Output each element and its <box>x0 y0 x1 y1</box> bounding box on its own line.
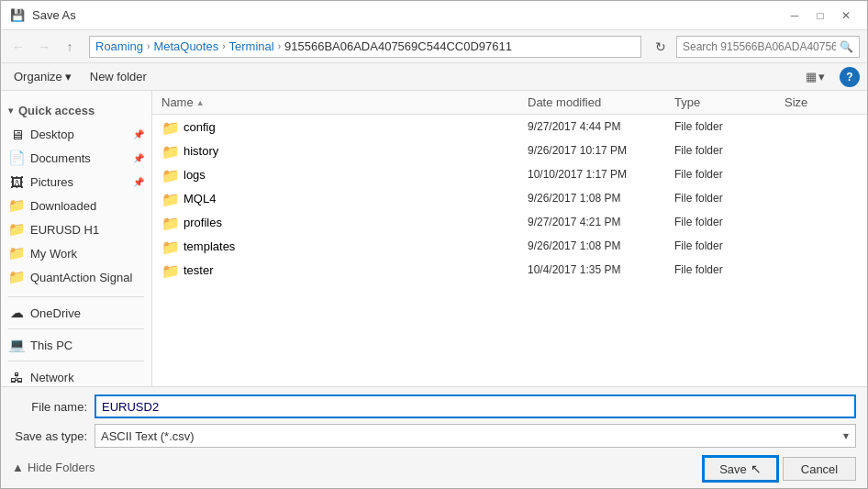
folder-icon: 📁 <box>8 270 25 284</box>
quick-access-section: ▾ Quick access 🖥 Desktop 📌 📄 Documents 📌… <box>1 94 151 293</box>
filename-input[interactable] <box>95 395 856 418</box>
sidebar-item-label: Downloaded <box>30 199 96 213</box>
hide-folders-button[interactable]: ▲ Hide Folders <box>12 461 95 474</box>
breadcrumb-part[interactable]: MetaQuotes <box>153 39 218 53</box>
file-date-cell: 9/26/2017 10:17 PM <box>528 144 674 157</box>
dialog-icon: 💾 <box>10 8 25 23</box>
minimize-button[interactable]: ─ <box>783 4 807 28</box>
save-label: Save <box>719 462 747 476</box>
forward-button[interactable]: → <box>34 37 54 57</box>
folder-icon: 📁 <box>161 167 178 182</box>
sidebar-item-label: Pictures <box>30 175 73 189</box>
breadcrumb-current: 915566BA06ADA407569C544CC0D97611 <box>284 39 512 53</box>
folder-icon: 📁 <box>161 143 178 158</box>
sidebar-sep2 <box>8 328 144 329</box>
desktop-icon: 🖥 <box>8 127 25 141</box>
sidebar-item-label: Network <box>30 371 74 384</box>
table-row[interactable]: 📁 tester 10/4/2017 1:35 PM File folder <box>152 258 867 282</box>
sort-arrow-icon: ▲ <box>196 98 205 107</box>
column-headers: Name ▲ Date modified Type Size <box>152 91 867 115</box>
cursor-icon: ↖ <box>751 461 762 476</box>
second-toolbar: Organize ▾ New folder ▦ ▾ ? <box>1 63 867 91</box>
col-name[interactable]: Name ▲ <box>161 94 528 111</box>
file-name-cell: 📁 profiles <box>161 215 528 229</box>
help-button[interactable]: ? <box>840 67 860 87</box>
sidebar-item-network[interactable]: 🖧 Network <box>1 365 151 386</box>
sidebar-item-label: Documents <box>30 151 91 165</box>
folder-icon: 📁 <box>161 239 178 253</box>
footer-bottom: ▲ Hide Folders Save ↖ Cancel <box>12 453 856 481</box>
col-size[interactable]: Size <box>785 94 858 111</box>
sidebar-item-documents[interactable]: 📄 Documents 📌 <box>1 146 151 170</box>
search-input[interactable] <box>683 40 836 53</box>
filename-row: File name: <box>12 395 856 418</box>
file-name-cell: 📁 config <box>161 119 528 134</box>
file-type-cell: File folder <box>674 216 785 228</box>
dialog-title: Save As <box>32 8 76 22</box>
sidebar-item-quantaction[interactable]: 📁 QuantAction Signal <box>1 265 151 289</box>
sidebar-sep3 <box>8 361 144 361</box>
table-row[interactable]: 📁 MQL4 9/26/2017 1:08 PM File folder <box>152 186 867 210</box>
breadcrumb-part[interactable]: Terminal <box>229 39 274 53</box>
nav-toolbar: ← → ↑ Roaming › MetaQuotes › Terminal › … <box>1 30 867 63</box>
quick-access-chevron-icon: ▾ <box>8 106 13 116</box>
col-date-modified[interactable]: Date modified <box>528 94 674 111</box>
maximize-button[interactable]: □ <box>808 4 832 28</box>
sidebar-item-eurusd[interactable]: 📁 EURUSD H1 <box>1 217 151 241</box>
folder-icon: 📁 <box>161 119 178 134</box>
sidebar-item-downloaded[interactable]: 📁 Downloaded <box>1 194 151 217</box>
file-date-cell: 10/4/2017 1:35 PM <box>528 263 674 276</box>
sidebar-item-thispc[interactable]: 💻 This PC <box>1 333 151 357</box>
table-row[interactable]: 📁 history 9/26/2017 10:17 PM File folder <box>152 139 867 162</box>
close-button[interactable]: ✕ <box>834 4 858 28</box>
back-button[interactable]: ← <box>8 37 28 57</box>
hide-folders-label: Hide Folders <box>28 461 95 474</box>
folder-icon: 📁 <box>161 191 178 206</box>
pin-icon: 📌 <box>133 153 144 163</box>
sidebar-item-label: EURUSD H1 <box>30 223 99 237</box>
sidebar-item-mywork[interactable]: 📁 My Work <box>1 241 151 265</box>
table-row[interactable]: 📁 config 9/27/2017 4:44 PM File folder <box>152 115 867 139</box>
up-button[interactable]: ↑ <box>60 37 80 57</box>
sidebar: ▾ Quick access 🖥 Desktop 📌 📄 Documents 📌… <box>1 91 152 386</box>
organize-button[interactable]: Organize ▾ <box>8 68 77 85</box>
file-type-cell: File folder <box>674 168 785 181</box>
folder-icon: 📁 <box>8 222 25 237</box>
save-button[interactable]: Save ↖ <box>704 457 777 481</box>
view-icon: ▦ <box>806 70 817 83</box>
table-row[interactable]: 📁 profiles 9/27/2017 4:21 PM File folder <box>152 210 867 234</box>
breadcrumb-sep2: › <box>222 41 225 51</box>
breadcrumb-sep1: › <box>147 41 150 51</box>
file-name-text: config <box>184 120 216 134</box>
folder-icon: 📁 <box>161 215 178 229</box>
table-row[interactable]: 📁 templates 9/26/2017 1:08 PM File folde… <box>152 234 867 258</box>
col-type[interactable]: Type <box>674 94 785 111</box>
sidebar-item-desktop[interactable]: 🖥 Desktop 📌 <box>1 122 151 146</box>
file-type-cell: File folder <box>674 144 785 157</box>
title-bar-left: 💾 Save As <box>10 8 76 23</box>
refresh-button[interactable]: ↻ <box>651 37 671 57</box>
cancel-button[interactable]: Cancel <box>783 457 856 481</box>
sidebar-item-onedrive[interactable]: ☁ OneDrive <box>1 301 151 325</box>
savetype-select[interactable]: ASCII Text (*.csv) <box>95 424 856 448</box>
sidebar-item-label: This PC <box>30 339 72 352</box>
sidebar-item-pictures[interactable]: 🖼 Pictures 📌 <box>1 170 151 194</box>
savetype-select-wrapper: ASCII Text (*.csv) <box>95 424 856 448</box>
file-name-text: history <box>184 144 218 158</box>
file-date-cell: 9/27/2017 4:21 PM <box>528 216 674 228</box>
table-row[interactable]: 📁 logs 10/10/2017 1:17 PM File folder <box>152 162 867 186</box>
sidebar-item-label: My Work <box>30 247 77 261</box>
file-name-text: logs <box>184 168 206 182</box>
search-icon: 🔍 <box>840 40 853 53</box>
file-type-cell: File folder <box>674 120 785 133</box>
breadcrumb-part[interactable]: Roaming <box>95 39 143 53</box>
file-list: 📁 config 9/27/2017 4:44 PM File folder 📁… <box>152 115 867 386</box>
footer-buttons: Save ↖ Cancel <box>704 457 856 481</box>
pin-icon: 📌 <box>133 177 144 187</box>
new-folder-button[interactable]: New folder <box>84 68 152 85</box>
view-chevron-icon: ▾ <box>818 70 825 83</box>
file-name-cell: 📁 templates <box>161 239 528 253</box>
sidebar-item-label: Quick access <box>18 104 95 117</box>
view-button[interactable]: ▦ ▾ <box>802 68 829 85</box>
pin-icon: 📌 <box>133 129 144 139</box>
